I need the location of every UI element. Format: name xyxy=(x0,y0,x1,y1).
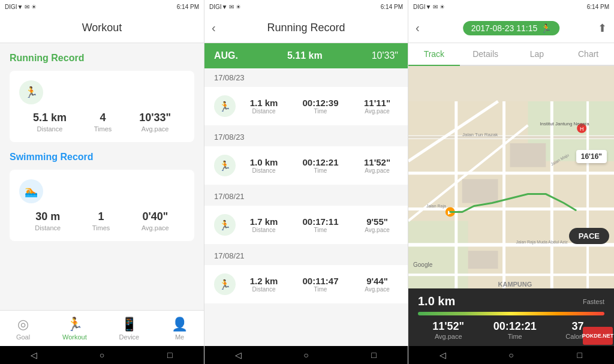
summary-time: 10'33" xyxy=(372,50,398,61)
record-left-2: 🏃 1.7 km Distance xyxy=(214,214,285,236)
summary-month: AUG. xyxy=(214,50,238,61)
running-header: ‹ Running Record xyxy=(204,13,408,43)
run-icon-0: 🏃 xyxy=(214,95,236,117)
tab-track[interactable]: Track xyxy=(408,43,460,66)
swimming-times: 1 Times xyxy=(92,210,110,231)
list-item[interactable]: 🏃 1.1 km Distance 00:12:39 Time 11'11" A… xyxy=(204,87,408,125)
recents-sys-btn-2[interactable]: □ xyxy=(368,349,380,361)
running-record-panel: DIGI▼ ✉ ☀ 6:14 PM ‹ Running Record AUG. … xyxy=(204,0,408,364)
running-record-title: Running Record xyxy=(10,53,194,64)
back-sys-btn-1[interactable]: ◁ xyxy=(28,349,40,361)
nav-device[interactable]: 📱 Device xyxy=(119,317,140,341)
run-time-3: 00:11:47 Time xyxy=(300,276,342,293)
carrier-right: DIGI▼ ✉ ☀ xyxy=(413,4,445,10)
svg-text:KAMPUNG: KAMPUNG xyxy=(498,281,532,288)
svg-text:Institut Jantung Negara: Institut Jantung Negara xyxy=(540,121,589,127)
swimming-icon: 🏊 xyxy=(19,179,43,203)
swimming-times-label: Times xyxy=(92,224,110,231)
run-time-0: 00:12:39 Time xyxy=(300,98,342,115)
list-item[interactable]: 🏃 1.0 km Distance 00:12:21 Time 11'52" A… xyxy=(204,146,408,185)
swimming-times-value: 1 xyxy=(92,210,110,223)
time-right: 6:14 PM xyxy=(587,4,609,10)
carrier-mid: DIGI▼ ✉ ☀ xyxy=(209,4,241,10)
stats-km: 1.0 km xyxy=(418,294,455,308)
google-label: Google xyxy=(413,261,432,268)
running-title: Running Record xyxy=(267,22,345,34)
back-button[interactable]: ‹ xyxy=(212,21,216,35)
back-sys-btn-2[interactable]: ◁ xyxy=(233,349,245,361)
swimming-distance: 30 m Distance xyxy=(35,210,61,231)
tab-lap[interactable]: Lap xyxy=(511,43,563,65)
running-record-card: 🏃 5.1 km Distance 4 Times 10'33" Avg.pac… xyxy=(10,71,194,142)
avg-pace-block: 11'52" Avg.pace xyxy=(432,320,464,340)
workout-title: Workout xyxy=(82,22,122,34)
run-badge-icon: 🏃 xyxy=(541,23,551,33)
date-header-0: 17/08/23 xyxy=(204,68,408,85)
swimming-pace: 0'40" Avg.pace xyxy=(142,210,169,231)
svg-text:Jalan Raja: Jalan Raja xyxy=(426,204,446,209)
date-header-3: 17/08/21 xyxy=(204,246,408,263)
swimming-record-title: Swimming Record xyxy=(10,152,194,163)
running-times-value: 4 xyxy=(94,112,112,124)
date-header-2: 17/08/21 xyxy=(204,187,408,203)
status-bar-1: DIGI▼ ✉ ☀ 6:14 PM xyxy=(0,0,204,13)
running-distance-label: Distance xyxy=(33,125,67,133)
home-sys-btn-3[interactable]: ○ xyxy=(505,349,517,361)
svg-text:Jalan Raja Muda Abdul Aziz: Jalan Raja Muda Abdul Aziz xyxy=(516,240,568,245)
goal-icon: ◎ xyxy=(17,317,29,332)
run-pace-0: 11'11" Avg.pace xyxy=(356,98,398,115)
time-left: 6:14 PM xyxy=(177,4,199,10)
swimming-distance-label: Distance xyxy=(35,224,61,231)
nav-me[interactable]: 👤 Me xyxy=(171,317,188,341)
recents-sys-btn-1[interactable]: □ xyxy=(164,349,176,361)
summary-distance: 5.11 km xyxy=(287,50,323,61)
workout-icon: 🏃 xyxy=(67,317,83,332)
bottom-nav: ◎ Goal 🏃 Workout 📱 Device 👤 Me xyxy=(0,310,204,346)
run-time-1: 00:12:21 Time xyxy=(300,157,342,174)
sys-bar-3: ◁ ○ □ xyxy=(408,346,614,364)
tab-chart[interactable]: Chart xyxy=(562,43,614,65)
back-sys-btn-3[interactable]: ◁ xyxy=(437,349,449,361)
running-pace: 10'33" Avg.pace xyxy=(139,112,171,133)
map-area[interactable]: Jalan Tun Razak Jalan Raja Jalan Raja Mu… xyxy=(408,66,614,346)
time-mid: 6:14 PM xyxy=(381,4,403,10)
home-sys-btn-1[interactable]: ○ xyxy=(96,349,108,361)
avg-pace-value: 11'52" xyxy=(432,320,464,333)
recents-sys-btn-3[interactable]: □ xyxy=(574,349,586,361)
sys-bar-1: ◁ ○ □ xyxy=(0,346,204,364)
run-icon-3: 🏃 xyxy=(214,273,236,295)
nav-workout[interactable]: 🏃 Workout xyxy=(62,317,87,341)
record-left-3: 🏃 1.2 km Distance xyxy=(214,273,285,295)
share-button[interactable]: ⬆ xyxy=(598,22,607,35)
sys-bar-2: ◁ ○ □ xyxy=(204,346,408,364)
running-icon: 🏃 xyxy=(19,80,43,104)
track-back-button[interactable]: ‹ xyxy=(416,21,420,35)
nav-device-label: Device xyxy=(119,333,140,341)
tab-details[interactable]: Details xyxy=(460,43,511,65)
home-sys-btn-2[interactable]: ○ xyxy=(300,349,312,361)
status-bar-3: DIGI▼ ✉ ☀ 6:14 PM xyxy=(408,0,614,13)
workout-header: Workout xyxy=(0,13,204,43)
pace-gradient-bar xyxy=(418,312,604,315)
running-pace-value: 10'33" xyxy=(139,112,171,124)
running-times-label: Times xyxy=(94,125,112,133)
swimming-record-card: 🏊 30 m Distance 1 Times 0'40" Avg.pace xyxy=(10,170,194,241)
svg-rect-16 xyxy=(510,143,546,167)
time-block: 00:12:21 Time xyxy=(493,320,537,340)
pokde-watermark: POKDE.NET xyxy=(583,327,613,345)
run-icon-2: 🏃 xyxy=(214,214,236,236)
run-time-2: 00:17:11 Time xyxy=(300,216,342,233)
time-value: 00:12:21 xyxy=(493,320,537,333)
list-item[interactable]: 🏃 1.7 km Distance 00:17:11 Time 9'55" Av… xyxy=(204,206,408,244)
record-left-0: 🏃 1.1 km Distance xyxy=(214,95,285,117)
svg-rect-17 xyxy=(468,251,498,269)
run-pace-2: 9'55" Avg.pace xyxy=(356,216,398,233)
run-distance-1: 1.0 km Distance xyxy=(243,157,285,174)
pace-button[interactable]: PACE xyxy=(569,228,609,244)
run-icon-1: 🏃 xyxy=(214,155,236,176)
svg-text:Jalan Tun Razak: Jalan Tun Razak xyxy=(462,132,498,137)
svg-rect-15 xyxy=(462,179,498,203)
nav-goal[interactable]: ◎ Goal xyxy=(16,317,30,341)
list-item[interactable]: 🏃 1.2 km Distance 00:11:47 Time 9'44" Av… xyxy=(204,265,408,303)
run-distance-0: 1.1 km Distance xyxy=(243,98,285,115)
